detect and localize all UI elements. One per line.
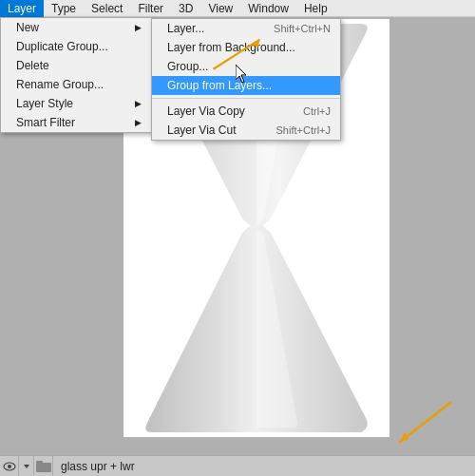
svg-line-0 [213, 40, 259, 69]
folder-icon[interactable] [34, 456, 53, 477]
submenu-separator [152, 98, 340, 99]
dropdown-item-new[interactable]: New [1, 18, 151, 37]
submenu-item-via-copy[interactable]: Layer Via Copy Ctrl+J [152, 102, 340, 121]
dropdown-item-smart-filter[interactable]: Smart Filter [1, 113, 151, 132]
svg-marker-3 [399, 432, 408, 443]
dropdown-item-layer-style[interactable]: Layer Style [1, 94, 151, 113]
menu-item-help[interactable]: Help [296, 0, 335, 17]
bottom-bar: glass upr + lwr [0, 455, 475, 476]
menu-item-window[interactable]: Window [240, 0, 296, 17]
menu-bar: Layer Type Select Filter 3D View Window … [0, 0, 475, 17]
dropdown-item-delete[interactable]: Delete [1, 56, 151, 75]
top-arrow-annotation [209, 29, 285, 76]
svg-rect-9 [36, 461, 43, 464]
menu-item-view[interactable]: View [200, 0, 240, 17]
submenu-item-group-from-layers[interactable]: Group from Layers... [152, 76, 340, 95]
menu-item-layer[interactable]: Layer [0, 0, 44, 17]
svg-point-6 [8, 465, 11, 468]
menu-item-select[interactable]: Select [84, 0, 130, 17]
bottom-arrow-annotation [370, 397, 466, 449]
dropdown-item-rename[interactable]: Rename Group... [1, 75, 151, 94]
menu-item-3d[interactable]: 3D [171, 0, 200, 17]
layer-name-label: glass upr + lwr [53, 460, 475, 473]
svg-marker-7 [24, 465, 29, 468]
menu-item-filter[interactable]: Filter [130, 0, 171, 17]
svg-rect-8 [36, 463, 51, 472]
dropdown-item-duplicate[interactable]: Duplicate Group... [1, 37, 151, 56]
layer-dropdown: New Duplicate Group... Delete Rename Gro… [0, 17, 152, 133]
menu-item-type[interactable]: Type [44, 0, 84, 17]
visibility-toggle[interactable] [0, 456, 19, 477]
expand-arrow[interactable] [19, 456, 34, 477]
submenu-item-via-cut[interactable]: Layer Via Cut Shift+Ctrl+J [152, 121, 340, 140]
